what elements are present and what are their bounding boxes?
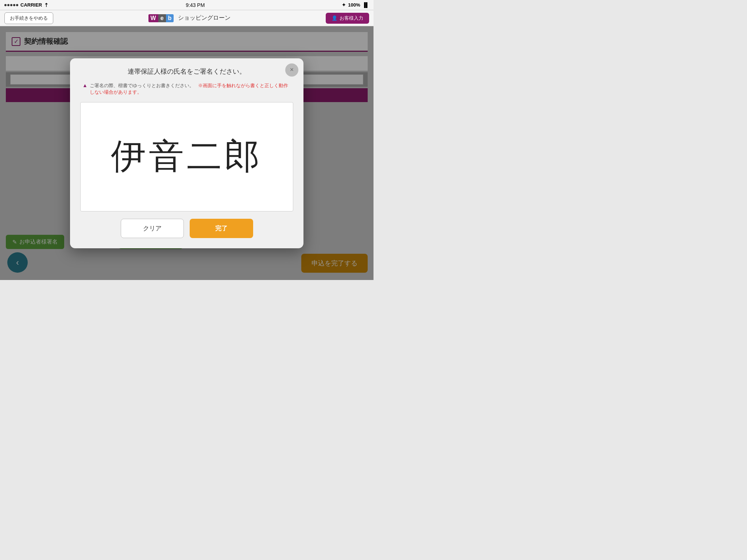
person-icon: 👤 — [332, 15, 337, 21]
modal-warning: ▲ ご署名の際、楷書でゆっくりとお書きください。 ※画面に手を触れながら書くと正… — [80, 80, 293, 98]
signature-modal: × 連帯保証人様の氏名をご署名ください。 ▲ ご署名の際、楷書でゆっくりとお書き… — [70, 58, 303, 248]
logo-e: e — [158, 14, 166, 22]
modal-close-button[interactable]: × — [285, 63, 298, 77]
signal-icon — [4, 4, 18, 6]
nav-bar: お手続きをやめる W e b ショッピングローン 👤 お客様入力 — [0, 10, 374, 26]
clear-button[interactable]: クリア — [121, 219, 184, 238]
page-background: ✓ 契約情報確認 ‹ 申込を完了する ✎ お申込者様署名 伊音 太郎 ✎ 連帯保… — [0, 26, 374, 280]
battery-label: 100% — [348, 2, 360, 8]
bluetooth-icon: ✦ — [342, 2, 346, 8]
warning-main-text: ご署名の際、楷書でゆっくりとお書きください。 — [90, 83, 194, 88]
logo-b: b — [166, 14, 174, 22]
battery-icon: ▐▌ — [363, 2, 369, 8]
logo-web: W e b — [148, 14, 174, 22]
status-left: CARRIER ⇡ — [4, 2, 49, 8]
wifi-icon: ⇡ — [44, 2, 49, 8]
logo-w: W — [148, 14, 158, 22]
carrier-label: CARRIER — [20, 2, 42, 8]
app-logo: W e b ショッピングローン — [148, 14, 231, 22]
warning-triangle-icon: ▲ — [82, 82, 88, 88]
cancel-procedure-button[interactable]: お手続きをやめる — [4, 12, 53, 24]
done-button[interactable]: 完了 — [190, 219, 253, 238]
signature-display: 伊音二郎 — [111, 133, 263, 180]
signature-canvas[interactable]: 伊音二郎 — [80, 102, 293, 211]
time-label: 9:43 PM — [186, 2, 205, 8]
close-icon: × — [290, 66, 294, 74]
status-bar: CARRIER ⇡ 9:43 PM ✦ 100% ▐▌ — [0, 0, 374, 10]
customer-input-button[interactable]: 👤 お客様入力 — [326, 13, 369, 24]
modal-title: 連帯保証人様の氏名をご署名ください。 — [80, 67, 293, 76]
modal-buttons: クリア 完了 — [80, 219, 293, 238]
modal-overlay[interactable]: × 連帯保証人様の氏名をご署名ください。 ▲ ご署名の際、楷書でゆっくりとお書き… — [0, 26, 374, 280]
logo-text: ショッピングローン — [178, 14, 231, 22]
status-right: ✦ 100% ▐▌ — [342, 2, 369, 8]
